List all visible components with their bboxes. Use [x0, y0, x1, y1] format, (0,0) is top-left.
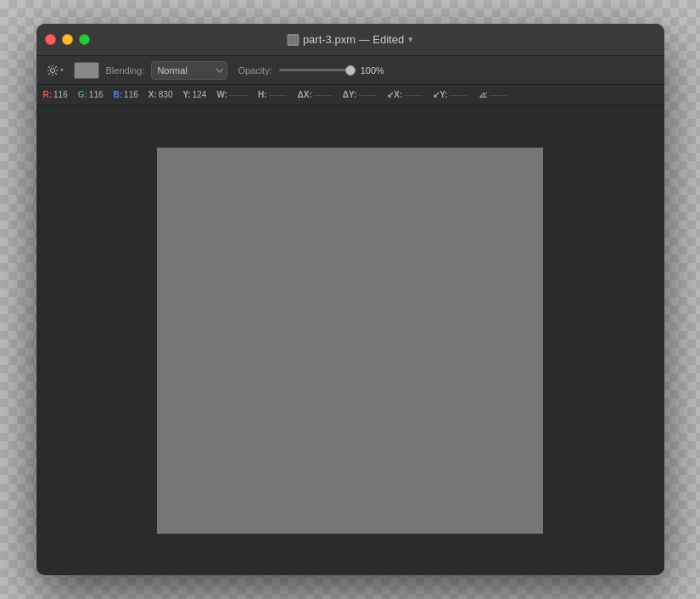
opacity-value: 100% [361, 65, 384, 76]
h-value: —— [269, 90, 288, 99]
w-label: W: [216, 90, 227, 99]
traffic-lights [45, 34, 90, 45]
info-r: R: 116 [43, 90, 68, 99]
file-type-icon [287, 34, 299, 46]
close-button[interactable] [45, 34, 56, 45]
y-label: Y: [182, 90, 190, 99]
h-label: H: [258, 90, 267, 99]
dy-label: ΔY: [343, 90, 356, 99]
color-swatch[interactable] [74, 62, 99, 79]
infobar: R: 116 G: 116 B: 116 X: 830 Y: 124 W: ——… [36, 85, 664, 105]
main-window: part-3.pxm — Edited ▾ ▾ Blending: Normal… [36, 24, 664, 575]
info-angle: ⊿: —— [479, 90, 508, 99]
canvas-area[interactable] [36, 105, 664, 575]
b-value: 116 [124, 90, 138, 99]
angle-value: —— [490, 90, 508, 99]
maximize-button[interactable] [79, 34, 90, 45]
info-dx: ΔX: —— [298, 90, 333, 99]
gear-dropdown-arrow: ▾ [60, 66, 64, 74]
info-x: X: 830 [148, 90, 173, 99]
sy-label: ↙Y: [433, 90, 447, 99]
blending-select[interactable]: Normal Multiply Screen Overlay [151, 61, 227, 80]
minimize-button[interactable] [62, 34, 73, 45]
x-label: X: [148, 90, 157, 99]
y-value: 124 [193, 90, 207, 99]
svg-rect-1 [289, 36, 296, 43]
opacity-label: Opacity: [238, 65, 272, 76]
info-b: B: 116 [114, 90, 138, 99]
info-sy: ↙Y: —— [433, 90, 468, 99]
svg-point-2 [50, 68, 54, 72]
title-dropdown-arrow[interactable]: ▾ [408, 34, 413, 45]
w-value: —— [229, 90, 248, 99]
sx-label: ↙X: [387, 90, 402, 99]
r-label: R: [43, 90, 53, 99]
blending-label: Blending: [106, 65, 145, 76]
info-g: G: 116 [78, 90, 104, 99]
titlebar: part-3.pxm — Edited ▾ [36, 24, 664, 56]
sx-value: —— [404, 90, 423, 99]
info-h: H: —— [258, 90, 288, 99]
sy-value: —— [450, 90, 468, 99]
title-area: part-3.pxm — Edited ▾ [287, 33, 413, 46]
gear-button[interactable]: ▾ [43, 63, 67, 78]
r-value: 116 [53, 90, 68, 99]
opacity-control: 100% [279, 65, 384, 76]
toolbar: ▾ Blending: Normal Multiply Screen Overl… [36, 56, 664, 85]
dy-value: —— [358, 90, 377, 99]
g-label: G: [78, 90, 87, 99]
info-y: Y: 124 [182, 90, 206, 99]
info-dy: ΔY: —— [343, 90, 377, 99]
dx-value: —— [314, 90, 333, 99]
x-value: 830 [159, 90, 173, 99]
window-title: part-3.pxm — Edited [303, 33, 404, 46]
opacity-slider[interactable] [279, 69, 356, 71]
canvas [157, 148, 543, 534]
gear-icon [47, 64, 59, 76]
dx-label: ΔX: [298, 90, 312, 99]
g-value: 116 [89, 90, 104, 99]
b-label: B: [114, 90, 123, 99]
info-w: W: —— [216, 90, 248, 99]
angle-label: ⊿: [479, 90, 488, 99]
info-sx: ↙X: —— [387, 90, 423, 99]
